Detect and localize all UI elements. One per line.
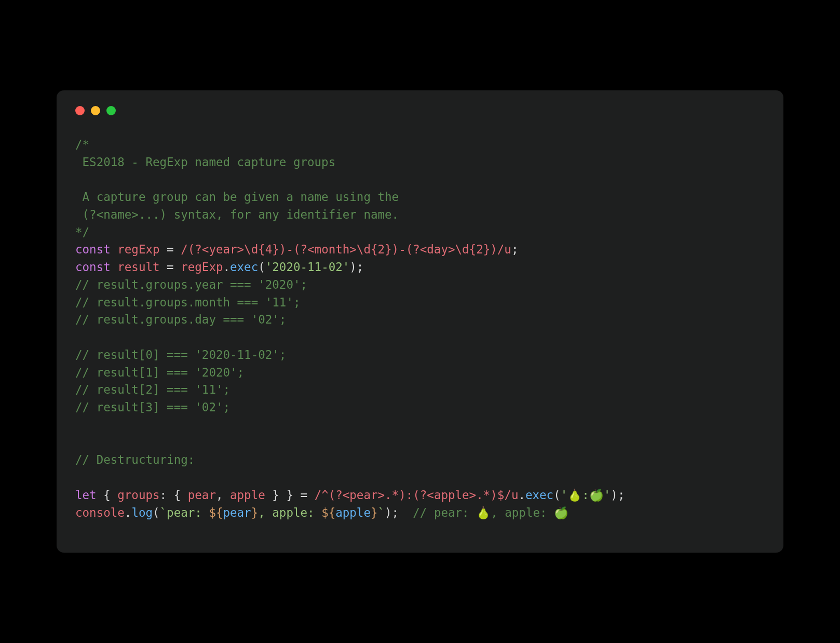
- exec-call: exec: [230, 260, 258, 274]
- regex-literal: /(?<year>\d{4})-(?<month>\d{2})-(?<day>\…: [181, 243, 511, 256]
- comment-groups-day: // result.groups.day === '02';: [75, 313, 286, 326]
- const-keyword: const: [75, 260, 111, 274]
- comment-line-3: (?<name>...) syntax, for any identifier …: [75, 208, 399, 221]
- code-window: /* ES2018 - RegExp named capture groups …: [57, 90, 783, 553]
- maximize-icon[interactable]: [106, 106, 116, 115]
- window-titlebar: [75, 106, 765, 115]
- regex-literal-2: /^(?<pear>.*):(?<apple>.*)$/u: [315, 488, 519, 502]
- code-block: /* ES2018 - RegExp named capture groups …: [75, 136, 765, 522]
- exec-call-2: exec: [525, 488, 553, 502]
- comment-idx2: // result[2] === '11';: [75, 383, 230, 396]
- comment-destructuring: // Destructuring:: [75, 453, 195, 466]
- date-string: '2020-11-02': [265, 260, 350, 274]
- comment-close: */: [75, 225, 89, 239]
- comment-groups-month: // result.groups.month === '11';: [75, 296, 300, 309]
- regexp-ident: regExp: [117, 243, 159, 256]
- comment-idx1: // result[1] === '2020';: [75, 366, 244, 379]
- comment-line-2: A capture group can be given a name usin…: [75, 190, 399, 204]
- minimize-icon[interactable]: [91, 106, 100, 115]
- close-icon[interactable]: [75, 106, 85, 115]
- let-keyword: let: [75, 488, 97, 502]
- result-ident: result: [117, 260, 159, 274]
- comment-idx3: // result[3] === '02';: [75, 400, 230, 414]
- comment-open: /*: [75, 138, 89, 151]
- comment-line-1: ES2018 - RegExp named capture groups: [75, 155, 335, 169]
- comment-idx0: // result[0] === '2020-11-02';: [75, 348, 286, 361]
- comment-output: // pear: 🍐, apple: 🍏: [413, 506, 568, 519]
- comment-groups-year: // result.groups.year === '2020';: [75, 278, 307, 291]
- console-ident: console: [75, 506, 125, 519]
- log-call: log: [131, 506, 153, 519]
- emoji-string: '🍐:🍏': [561, 488, 611, 502]
- const-keyword: const: [75, 243, 111, 256]
